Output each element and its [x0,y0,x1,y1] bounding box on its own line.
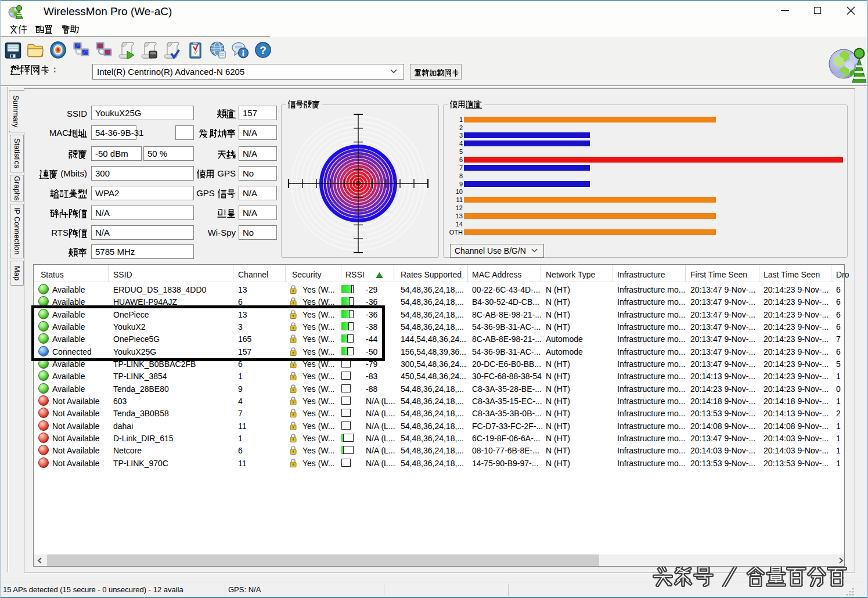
svg-text:?: ? [260,44,266,56]
